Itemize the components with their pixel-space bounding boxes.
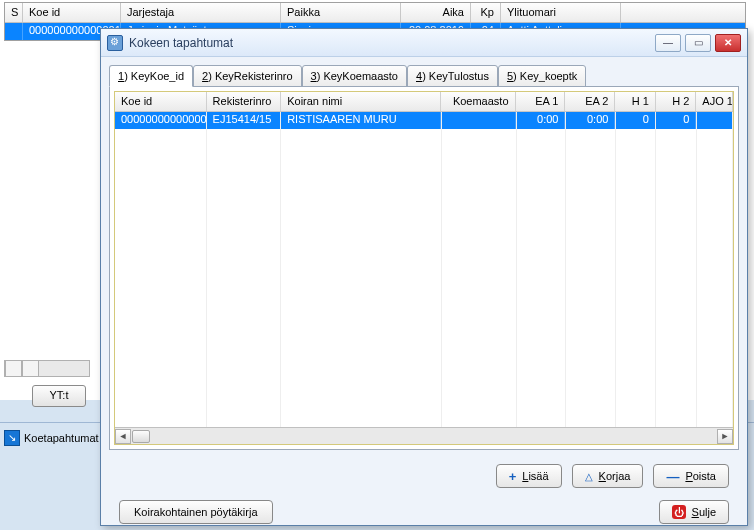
col-ylit-header[interactable]: Ylituomari [501, 3, 621, 22]
grid-horizontal-scrollbar[interactable]: ◄ ► [115, 427, 733, 444]
cell-rek: EJ15414/15 [207, 112, 282, 129]
col-ea2-header[interactable]: EA 2 [565, 92, 615, 111]
cell-ea2: 0:00 [565, 112, 615, 129]
close-dialog-button[interactable]: ⏻ Sulje [659, 500, 729, 524]
col-kp-header[interactable]: Kp [471, 3, 501, 22]
status-item[interactable]: Koetapahtumat [24, 432, 99, 444]
col-ea1-header[interactable]: EA 1 [516, 92, 566, 111]
power-icon: ⏻ [672, 505, 686, 519]
bottom-row: Koirakohtainen pöytäkirja ⏻ Sulje [109, 492, 739, 524]
scroll-right-icon[interactable]: ► [717, 429, 733, 444]
col-h2-header[interactable]: H 2 [656, 92, 696, 111]
cell-ea1: 0:00 [516, 112, 566, 129]
cell-nimi: RISTISAAREN MURU [281, 112, 441, 129]
col-koeid-header[interactable]: Koe id [23, 3, 121, 22]
yt-button[interactable]: YT:t [32, 385, 86, 407]
main-grid-scrollbar[interactable] [4, 360, 90, 377]
cell-ajo1 [696, 112, 733, 129]
detail-grid: Koe id Rekisterinro Koiran nimi Koemaast… [114, 91, 734, 445]
tab-strip: 1) KeyKoe_id 2) KeyRekisterinro 3) KeyKo… [109, 65, 739, 87]
cell-h2: 0 [656, 112, 696, 129]
app-icon [107, 35, 123, 51]
tab-keytulostus[interactable]: 4) KeyTulostus [407, 65, 498, 87]
down-arrow-icon[interactable]: ↘ [4, 430, 20, 446]
close-button[interactable]: ✕ [715, 34, 741, 52]
scroll-left-icon[interactable]: ◄ [115, 429, 131, 444]
maximize-button[interactable]: ▭ [685, 34, 711, 52]
plus-icon: + [509, 469, 517, 484]
col-h1-header[interactable]: H 1 [615, 92, 655, 111]
edit-button[interactable]: △ Korjaa [572, 464, 644, 488]
main-grid-header: S Koe id Jarjestaja Paikka Aika Kp Ylitu… [5, 3, 745, 23]
minimize-button[interactable]: — [655, 34, 681, 52]
grid-frame: Koe id Rekisterinro Koiran nimi Koemaast… [109, 86, 739, 450]
window-title: Kokeen tapahtumat [129, 36, 651, 50]
col-maasto-header[interactable]: Koemaasto [441, 92, 516, 111]
cell-koeid: 000000000000001 [115, 112, 207, 129]
poytakirja-button[interactable]: Koirakohtainen pöytäkirja [119, 500, 273, 524]
titlebar[interactable]: Kokeen tapahtumat — ▭ ✕ [101, 29, 747, 57]
add-button[interactable]: + Lisää [496, 464, 562, 488]
delete-button[interactable]: — Poista [653, 464, 729, 488]
col-koeid-header[interactable]: Koe id [115, 92, 207, 111]
scroll-thumb[interactable] [132, 430, 150, 443]
tab-keykoe-id[interactable]: 1) KeyKoe_id [109, 65, 193, 87]
col-nimi-header[interactable]: Koiran nimi [281, 92, 441, 111]
col-aika-header[interactable]: Aika [401, 3, 471, 22]
triangle-icon: △ [585, 471, 593, 482]
grid-body[interactable]: 000000000000001 EJ15414/15 RISTISAAREN M… [115, 112, 733, 427]
action-row: + Lisää △ Korjaa — Poista [109, 450, 739, 492]
dialog-window: Kokeen tapahtumat — ▭ ✕ 1) KeyKoe_id 2) … [100, 28, 748, 526]
table-row[interactable]: 000000000000001 EJ15414/15 RISTISAAREN M… [115, 112, 733, 129]
col-paikka-header[interactable]: Paikka [281, 3, 401, 22]
col-ajo1-header[interactable]: AJO 1 [696, 92, 733, 111]
cell-s [5, 23, 23, 40]
cell-maasto [441, 112, 516, 129]
col-jarj-header[interactable]: Jarjestaja [121, 3, 281, 22]
detail-grid-header: Koe id Rekisterinro Koiran nimi Koemaast… [115, 92, 733, 112]
col-rek-header[interactable]: Rekisterinro [207, 92, 282, 111]
cell-h1: 0 [615, 112, 655, 129]
col-s-header[interactable]: S [5, 3, 23, 22]
tab-key-koeptk[interactable]: 5) Key_koeptk [498, 65, 586, 87]
minus-icon: — [666, 469, 679, 484]
tab-keyrekisterinro[interactable]: 2) KeyRekisterinro [193, 65, 301, 87]
dialog-body: 1) KeyKoe_id 2) KeyRekisterinro 3) KeyKo… [101, 57, 747, 530]
tab-keykoemaasto[interactable]: 3) KeyKoemaasto [302, 65, 407, 87]
